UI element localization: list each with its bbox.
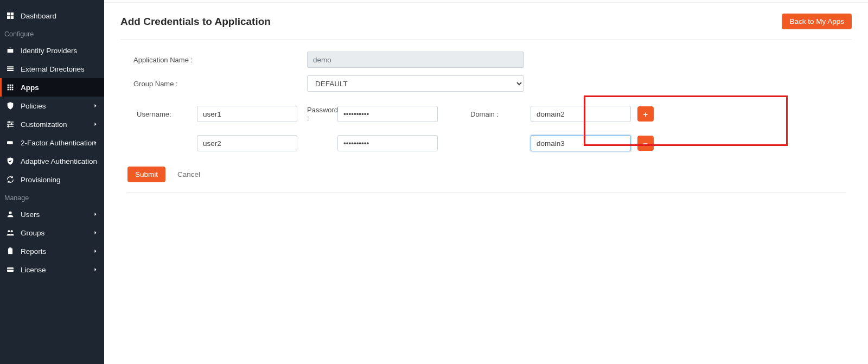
page-title: Add Credentials to Application: [120, 16, 271, 28]
sidebar-item-apps[interactable]: Apps: [0, 78, 104, 97]
username-input-1[interactable]: [197, 106, 297, 122]
app-name-input: [307, 52, 524, 68]
back-to-my-apps-button[interactable]: Back to My Apps: [782, 14, 852, 29]
sidebar-item-label: Reports: [21, 247, 46, 256]
svg-rect-0: [7, 12, 10, 15]
password-input-1[interactable]: [337, 106, 438, 122]
users-icon: [5, 228, 15, 238]
sliders-icon: [5, 119, 15, 129]
password-label: Password :: [304, 106, 331, 122]
chevron-right-icon: [92, 229, 99, 236]
svg-rect-19: [9, 121, 10, 123]
svg-rect-5: [7, 68, 14, 69]
list-icon: [5, 64, 15, 74]
dashboard-icon: [5, 11, 15, 21]
svg-rect-13: [8, 89, 9, 91]
chevron-right-icon: [92, 121, 99, 127]
svg-rect-26: [8, 248, 12, 254]
svg-rect-21: [8, 125, 9, 127]
chevron-right-icon: [92, 266, 99, 273]
domain-input-1[interactable]: [531, 106, 631, 122]
svg-rect-17: [7, 124, 14, 124]
svg-point-23: [9, 212, 11, 214]
sidebar-section-manage: Manage: [0, 189, 104, 205]
sidebar-item-reports[interactable]: Reports: [0, 242, 104, 260]
remove-row-button[interactable]: −: [637, 136, 654, 151]
sync-icon: [5, 175, 15, 184]
svg-rect-4: [7, 66, 14, 67]
briefcase-icon: [5, 46, 15, 55]
app-name-label: Application Name :: [133, 56, 307, 64]
add-row-button[interactable]: +: [637, 106, 654, 122]
sidebar-section-configure: Configure: [0, 25, 104, 41]
bottom-divider: [127, 192, 846, 193]
sidebar-item-label: External Directories: [21, 65, 85, 73]
card-icon: [5, 265, 15, 274]
sidebar-item-customization[interactable]: Customization: [0, 115, 104, 133]
password-input-2[interactable]: [337, 135, 438, 151]
sidebar-item-adaptive-auth[interactable]: Adaptive Authentication: [0, 152, 104, 170]
sidebar-item-label: Dashboard: [21, 12, 56, 20]
sidebar-item-label: Adaptive Authentication: [21, 157, 97, 165]
chevron-right-icon: [92, 211, 99, 218]
sidebar-item-label: Provisioning: [21, 176, 61, 184]
sidebar-item-license[interactable]: License: [0, 260, 104, 279]
svg-rect-2: [7, 16, 10, 19]
svg-rect-15: [12, 89, 14, 91]
svg-point-24: [8, 230, 10, 232]
sidebar-item-users[interactable]: Users: [0, 205, 104, 223]
sidebar-item-provisioning[interactable]: Provisioning: [0, 170, 104, 189]
sidebar-item-label: Groups: [21, 229, 44, 237]
chevron-right-icon: [92, 139, 99, 146]
cancel-button[interactable]: Cancel: [170, 167, 208, 182]
key-icon: [5, 138, 15, 148]
sidebar-item-2fa[interactable]: 2-Factor Authentication: [0, 133, 104, 152]
svg-rect-8: [10, 85, 11, 86]
minus-icon: −: [643, 139, 648, 148]
main-content: Add Credentials to Application Back to M…: [104, 0, 868, 364]
user-icon: [5, 209, 15, 219]
svg-rect-10: [8, 87, 9, 88]
group-name-label: Group Name :: [133, 80, 307, 88]
svg-rect-12: [12, 87, 14, 88]
svg-rect-29: [7, 269, 14, 270]
sidebar-item-policies[interactable]: Policies: [0, 97, 104, 115]
chevron-right-icon: [92, 248, 99, 254]
submit-button[interactable]: Submit: [127, 167, 165, 182]
sidebar-item-label: Users: [21, 210, 40, 219]
svg-rect-20: [11, 123, 12, 125]
sidebar-item-label: Apps: [21, 84, 39, 92]
domain-input-2[interactable]: [531, 135, 631, 151]
group-name-select[interactable]: DEFAULT: [307, 75, 524, 92]
svg-rect-7: [8, 85, 9, 86]
sidebar: Dashboard Configure Identity Providers E…: [0, 0, 104, 364]
top-divider: [104, 0, 868, 3]
svg-rect-27: [9, 247, 11, 249]
svg-rect-16: [7, 122, 14, 122]
sidebar-item-groups[interactable]: Groups: [0, 223, 104, 242]
domain-label: Domain :: [467, 110, 524, 118]
sidebar-item-label: Identity Providers: [21, 47, 77, 55]
chevron-right-icon: [92, 103, 99, 109]
apps-icon: [5, 82, 15, 92]
plus-icon: +: [643, 110, 648, 119]
credentials-form: Application Name : Group Name : DEFAULT …: [120, 40, 852, 198]
sidebar-item-label: License: [21, 266, 46, 274]
sidebar-item-dashboard[interactable]: Dashboard: [0, 7, 104, 25]
svg-rect-3: [11, 16, 14, 19]
username-input-2[interactable]: [197, 135, 297, 151]
svg-rect-11: [10, 87, 11, 88]
sidebar-item-external-directories[interactable]: External Directories: [0, 60, 104, 78]
sidebar-item-label: Customization: [21, 120, 67, 129]
svg-rect-22: [7, 141, 13, 144]
shield-icon: [5, 101, 15, 111]
svg-point-25: [11, 230, 13, 232]
sidebar-item-identity-providers[interactable]: Identity Providers: [0, 41, 104, 60]
clipboard-icon: [5, 246, 15, 256]
svg-rect-6: [7, 70, 14, 71]
svg-rect-1: [11, 12, 14, 15]
svg-rect-14: [10, 89, 11, 91]
sidebar-item-label: Policies: [21, 102, 46, 110]
svg-rect-9: [12, 85, 14, 86]
sidebar-item-label: 2-Factor Authentication: [21, 139, 96, 147]
